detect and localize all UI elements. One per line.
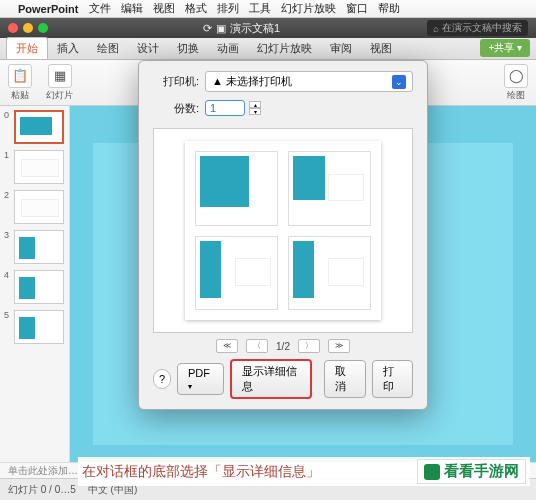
traffic-lights — [0, 23, 56, 33]
clipboard-icon: 📋 — [8, 64, 32, 88]
search-placeholder: 在演示文稿中搜索 — [442, 21, 522, 35]
brand-text: 看看手游网 — [444, 462, 519, 481]
show-details-button[interactable]: 显示详细信息 — [230, 359, 312, 399]
slide-thumb-0[interactable] — [14, 110, 64, 144]
page-last-button[interactable]: ≫ — [328, 339, 350, 353]
draw-group[interactable]: ◯ 绘图 — [504, 64, 528, 102]
paste-label: 粘贴 — [11, 89, 29, 102]
copies-stepper[interactable]: ▴▾ — [249, 101, 261, 115]
slide-number: 1 — [4, 150, 12, 160]
shapes-icon: ◯ — [504, 64, 528, 88]
cancel-button[interactable]: 取消 — [324, 360, 365, 398]
slide-thumb-5[interactable] — [14, 310, 64, 344]
printer-label: 打印机: — [153, 74, 199, 89]
menu-tools[interactable]: 工具 — [249, 1, 271, 16]
doc-title-text: 演示文稿1 — [230, 21, 280, 36]
tab-review[interactable]: 审阅 — [321, 38, 361, 59]
print-button[interactable]: 打印 — [372, 360, 413, 398]
annotation-text: 在对话框的底部选择「显示详细信息」 — [82, 463, 320, 481]
doc-icon: ▣ — [216, 22, 226, 35]
slide-thumb-3[interactable] — [14, 230, 64, 264]
pdf-button[interactable]: PDF — [177, 363, 224, 395]
window-title-bar: ⟳ ▣ 演示文稿1 ⌕ 在演示文稿中搜索 — [0, 18, 536, 38]
autosave-icon: ⟳ — [203, 22, 212, 35]
menu-format[interactable]: 格式 — [185, 1, 207, 16]
slide-thumb-2[interactable] — [14, 190, 64, 224]
brand-icon — [424, 464, 440, 480]
help-button[interactable]: ? — [153, 369, 171, 389]
slide-number: 4 — [4, 270, 12, 280]
handout-slide — [288, 236, 371, 310]
tab-animations[interactable]: 动画 — [208, 38, 248, 59]
menu-window[interactable]: 窗口 — [346, 1, 368, 16]
maximize-icon[interactable] — [38, 23, 48, 33]
page-next-button[interactable]: 〉 — [298, 339, 320, 353]
slide-thumbnail-panel[interactable]: 0 1 2 3 4 5 — [0, 106, 70, 462]
handout-slide — [195, 151, 278, 225]
page-prev-button[interactable]: 〈 — [246, 339, 268, 353]
menu-help[interactable]: 帮助 — [378, 1, 400, 16]
slides-group[interactable]: ▦ 幻灯片 — [46, 64, 73, 102]
handout-slide — [288, 151, 371, 225]
print-preview — [153, 128, 413, 333]
dialog-buttons: ? PDF 显示详细信息 取消 打印 — [153, 359, 413, 399]
draw-label: 绘图 — [507, 89, 525, 102]
slide-number: 2 — [4, 190, 12, 200]
slide-thumb-1[interactable] — [14, 150, 64, 184]
menu-arrange[interactable]: 排列 — [217, 1, 239, 16]
tab-design[interactable]: 设计 — [128, 38, 168, 59]
paste-group[interactable]: 📋 粘贴 — [8, 64, 32, 102]
tab-transitions[interactable]: 切换 — [168, 38, 208, 59]
tab-draw[interactable]: 绘图 — [88, 38, 128, 59]
stepper-down-icon[interactable]: ▾ — [249, 108, 261, 115]
printer-select[interactable]: ▲ 未选择打印机 ⌄ — [205, 71, 413, 92]
minimize-icon[interactable] — [23, 23, 33, 33]
print-dialog: 打印机: ▲ 未选择打印机 ⌄ 份数: 1 ▴▾ ≪ 〈 1/2 〉 ≫ ? P… — [138, 60, 428, 410]
brand-watermark: 看看手游网 — [417, 459, 526, 484]
handout-slide — [195, 236, 278, 310]
printer-value: ▲ 未选择打印机 — [212, 74, 292, 89]
copies-input[interactable]: 1 — [205, 100, 245, 116]
document-title: ⟳ ▣ 演示文稿1 — [56, 21, 427, 36]
page-first-button[interactable]: ≪ — [216, 339, 238, 353]
menu-view[interactable]: 视图 — [153, 1, 175, 16]
status-slide: 幻灯片 0 / 0…5 — [8, 483, 76, 497]
mac-menu-bar: PowerPoint 文件 编辑 视图 格式 排列 工具 幻灯片放映 窗口 帮助 — [0, 0, 536, 18]
tab-view[interactable]: 视图 — [361, 38, 401, 59]
dropdown-arrow-icon: ⌄ — [392, 75, 406, 89]
slide-number: 5 — [4, 310, 12, 320]
menu-file[interactable]: 文件 — [89, 1, 111, 16]
menu-edit[interactable]: 编辑 — [121, 1, 143, 16]
copies-label: 份数: — [153, 101, 199, 116]
stepper-up-icon[interactable]: ▴ — [249, 101, 261, 108]
slide-number: 0 — [4, 110, 12, 120]
new-slide-icon: ▦ — [48, 64, 72, 88]
ribbon-tabs: 开始 插入 绘图 设计 切换 动画 幻灯片放映 审阅 视图 +共享 ▾ — [0, 38, 536, 60]
tab-insert[interactable]: 插入 — [48, 38, 88, 59]
search-icon: ⌕ — [433, 23, 439, 34]
close-icon[interactable] — [8, 23, 18, 33]
preview-page — [185, 141, 381, 320]
menu-slideshow[interactable]: 幻灯片放映 — [281, 1, 336, 16]
preview-pager: ≪ 〈 1/2 〉 ≫ — [153, 339, 413, 353]
slide-number: 3 — [4, 230, 12, 240]
share-button[interactable]: +共享 ▾ — [480, 39, 530, 57]
tab-slideshow[interactable]: 幻灯片放映 — [248, 38, 321, 59]
menu-app[interactable]: PowerPoint — [18, 3, 79, 15]
annotation-overlay: 在对话框的底部选择「显示详细信息」 看看手游网 — [78, 457, 530, 486]
search-input[interactable]: ⌕ 在演示文稿中搜索 — [427, 20, 528, 36]
slide-thumb-4[interactable] — [14, 270, 64, 304]
page-indicator: 1/2 — [276, 341, 290, 352]
tab-home[interactable]: 开始 — [6, 37, 48, 59]
slides-label: 幻灯片 — [46, 89, 73, 102]
